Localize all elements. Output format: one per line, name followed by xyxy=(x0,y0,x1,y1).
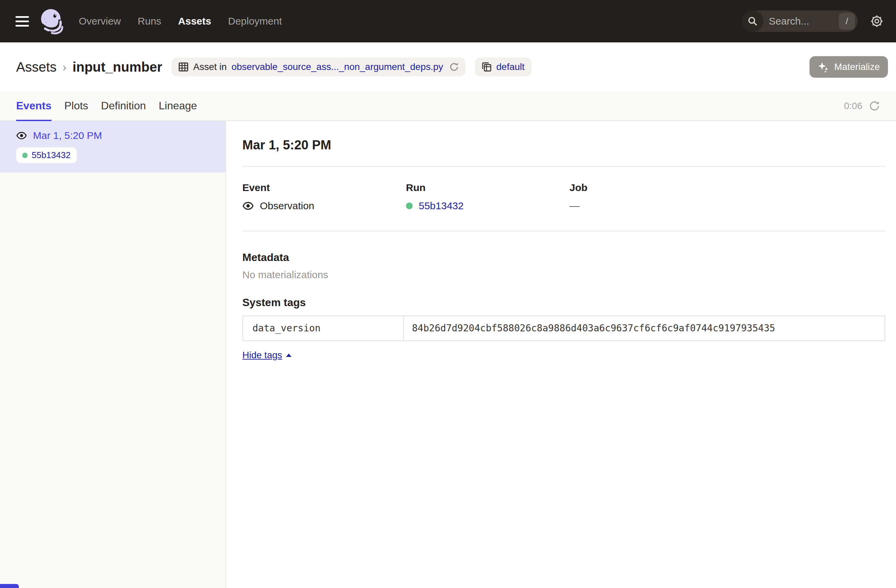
metadata-empty-text: No materializations xyxy=(242,269,885,281)
tab-lineage[interactable]: Lineage xyxy=(158,91,197,121)
refresh-countdown: 0:06 xyxy=(844,100,862,111)
observation-eye-icon xyxy=(242,200,254,211)
refresh-icon[interactable] xyxy=(869,100,880,111)
job-column: Job — xyxy=(570,182,733,212)
run-id-tag[interactable]: 55b13432 xyxy=(16,147,77,163)
nav-deployment[interactable]: Deployment xyxy=(228,15,282,27)
asset-group-icon xyxy=(482,62,492,72)
asset-definition-tag: Asset in observable_source_ass..._non_ar… xyxy=(172,58,465,76)
run-id-link[interactable]: 55b13432 xyxy=(419,200,463,212)
system-tags-table: data_version 84b26d7d9204cbf588026c8a988… xyxy=(242,316,885,341)
system-tags-heading: System tags xyxy=(242,296,885,309)
hide-tags-label: Hide tags xyxy=(242,350,282,361)
sparkle-icon xyxy=(818,61,829,73)
top-navbar: Overview Runs Assets Deployment Search..… xyxy=(0,0,896,43)
search-shortcut-key: / xyxy=(839,13,855,30)
chevron-up-icon xyxy=(286,354,291,357)
hide-tags-link[interactable]: Hide tags xyxy=(242,350,291,361)
breadcrumb-asset-name: input_number xyxy=(72,59,162,75)
materialize-button[interactable]: Materialize xyxy=(809,56,888,78)
breadcrumb-assets-link[interactable]: Assets xyxy=(16,59,56,75)
run-status-dot xyxy=(22,153,27,158)
job-empty-value: — xyxy=(570,200,580,212)
search-input[interactable]: Search... / xyxy=(742,11,858,32)
dagster-app: Overview Runs Assets Deployment Search..… xyxy=(0,0,896,588)
event-label: Event xyxy=(242,182,406,194)
tab-bar: Events Plots Definition Lineage 0:06 xyxy=(0,91,896,121)
group-default-link[interactable]: default xyxy=(497,62,525,72)
search-placeholder: Search... xyxy=(769,15,839,27)
materialize-label: Materialize xyxy=(834,62,880,72)
tag-value-cell: 84b26d7d9204cbf588026c8a9886d403a6c9637c… xyxy=(404,316,885,340)
run-label: Run xyxy=(406,182,570,194)
event-list-sidebar: Mar 1, 5:20 PM 55b13432 xyxy=(0,121,226,588)
event-list-item[interactable]: Mar 1, 5:20 PM 55b13432 xyxy=(0,121,226,173)
group-tag: default xyxy=(475,58,532,76)
breadcrumb-chevron-icon: › xyxy=(62,61,66,74)
asset-in-label: Asset in xyxy=(193,62,227,72)
asset-file-link[interactable]: observable_source_ass..._non_argument_de… xyxy=(232,62,443,72)
event-summary-columns: Event Observation Run 55b13432 xyxy=(242,167,885,212)
primary-nav: Overview Runs Assets Deployment xyxy=(79,15,282,27)
event-type-value: Observation xyxy=(260,200,314,212)
run-id-tag-label: 55b13432 xyxy=(32,150,71,161)
dagster-logo-icon[interactable] xyxy=(39,8,66,35)
tab-definition[interactable]: Definition xyxy=(101,91,146,121)
event-timestamp: Mar 1, 5:20 PM xyxy=(33,130,102,141)
gear-icon[interactable] xyxy=(870,14,884,28)
reload-definition-icon[interactable] xyxy=(450,62,459,71)
hamburger-menu-icon[interactable] xyxy=(15,16,29,27)
tab-plots[interactable]: Plots xyxy=(64,91,88,121)
tab-events[interactable]: Events xyxy=(16,91,52,121)
divider xyxy=(242,231,885,231)
observation-eye-icon xyxy=(16,130,27,141)
content-area: Mar 1, 5:20 PM 55b13432 Mar 1, 5:20 PM E… xyxy=(0,121,896,588)
event-column: Event Observation xyxy=(242,182,406,212)
event-detail-panel: Mar 1, 5:20 PM Event Observation Run xyxy=(226,121,896,588)
asset-header: Assets › input_number Asset in observabl… xyxy=(0,43,896,91)
corner-widget[interactable] xyxy=(0,584,19,588)
job-label: Job xyxy=(570,182,733,194)
nav-overview[interactable]: Overview xyxy=(79,15,121,27)
table-grid-icon xyxy=(178,62,189,72)
search-icon xyxy=(742,11,763,32)
run-status-dot xyxy=(406,202,413,209)
event-detail-title: Mar 1, 5:20 PM xyxy=(242,137,885,153)
tag-key-cell: data_version xyxy=(243,316,404,340)
nav-runs[interactable]: Runs xyxy=(138,15,161,27)
nav-assets[interactable]: Assets xyxy=(178,15,211,27)
run-column: Run 55b13432 xyxy=(406,182,570,212)
metadata-heading: Metadata xyxy=(242,251,885,264)
